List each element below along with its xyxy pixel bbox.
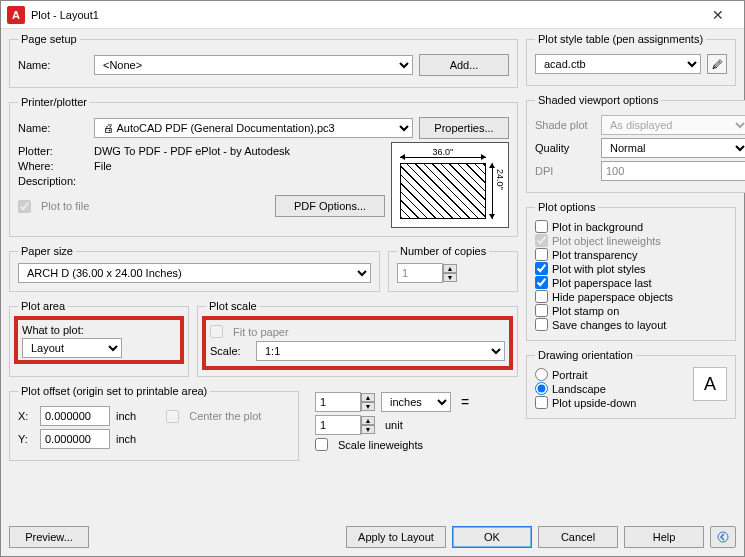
- collapse-button[interactable]: [710, 526, 736, 548]
- copies-up: ▲: [443, 264, 457, 273]
- opt-lineweights-checkbox: [535, 234, 548, 247]
- paper-size-legend: Paper size: [18, 245, 76, 257]
- page-name-label: Name:: [18, 59, 88, 71]
- plot-options-group: Plot options Plot in background Plot obj…: [526, 201, 736, 341]
- opt-save-checkbox[interactable]: [535, 318, 548, 331]
- preview-width-dim: 36.0'': [402, 147, 484, 157]
- portrait-radio[interactable]: [535, 368, 548, 381]
- printer-name-select[interactable]: 🖨 AutoCAD PDF (General Documentation).pc…: [94, 118, 413, 138]
- quality-select[interactable]: Normal: [601, 138, 745, 158]
- x-label: X:: [18, 410, 34, 422]
- shaded-legend: Shaded viewport options: [535, 94, 661, 106]
- what-to-plot-select[interactable]: Layout: [22, 338, 122, 358]
- where-value: File: [94, 160, 112, 172]
- opt-pslast-checkbox[interactable]: [535, 276, 548, 289]
- svg-point-0: [718, 532, 728, 542]
- plot-options-legend: Plot options: [535, 201, 598, 213]
- upside-down-checkbox[interactable]: [535, 396, 548, 409]
- plot-style-table-group: Plot style table (pen assignments) acad.…: [526, 33, 736, 86]
- cancel-button[interactable]: Cancel: [538, 526, 618, 548]
- plot-offset-legend: Plot offset (origin set to printable are…: [18, 385, 210, 397]
- page-setup-group: Page setup Name: <None> Add...: [9, 33, 518, 88]
- y-label: Y:: [18, 433, 34, 445]
- orientation-preview-icon: A: [693, 367, 727, 401]
- landscape-radio[interactable]: [535, 382, 548, 395]
- what-to-plot-label: What to plot:: [22, 324, 176, 336]
- scale-unit-select[interactable]: inches: [381, 392, 451, 412]
- preview-button[interactable]: Preview...: [9, 526, 89, 548]
- quality-label: Quality: [535, 142, 595, 154]
- dialog-footer: Preview... Apply to Layout OK Cancel Hel…: [1, 522, 744, 556]
- pdf-options-button[interactable]: PDF Options...: [275, 195, 385, 217]
- scale-label: Scale:: [210, 345, 250, 357]
- close-button[interactable]: ✕: [698, 2, 738, 28]
- printer-properties-button[interactable]: Properties...: [419, 117, 509, 139]
- help-button[interactable]: Help: [624, 526, 704, 548]
- shaded-viewport-group: Shaded viewport options Shade plotAs dis…: [526, 94, 745, 193]
- scale-den-input[interactable]: [315, 415, 361, 435]
- paper-size-select[interactable]: ARCH D (36.00 x 24.00 Inches): [18, 263, 371, 283]
- orientation-legend: Drawing orientation: [535, 349, 636, 361]
- titlebar: A Plot - Layout1 ✕: [1, 1, 744, 29]
- plot-scale-legend: Plot scale: [206, 300, 260, 312]
- y-unit: inch: [116, 433, 136, 445]
- plot-area-group: Plot area What to plot: Layout: [9, 300, 189, 377]
- plot-dialog: A Plot - Layout1 ✕ Page setup Name: <Non…: [0, 0, 745, 557]
- equals-icon: =: [457, 394, 473, 410]
- center-plot-label: Center the plot: [189, 410, 261, 422]
- opt-stamp-checkbox[interactable]: [535, 304, 548, 317]
- scale-lineweights-label: Scale lineweights: [338, 439, 423, 451]
- page-name-select[interactable]: <None>: [94, 55, 413, 75]
- copies-input: [397, 263, 443, 283]
- fit-to-paper-checkbox: [210, 325, 223, 338]
- add-page-setup-button[interactable]: Add...: [419, 54, 509, 76]
- plot-style-edit-button[interactable]: 🖉: [707, 54, 727, 74]
- chevron-left-icon: [717, 531, 729, 543]
- scale-unit2: unit: [381, 419, 451, 431]
- printer-legend: Printer/plotter: [18, 96, 90, 108]
- fit-to-paper-label: Fit to paper: [233, 326, 289, 338]
- scale-select[interactable]: 1:1: [256, 341, 505, 361]
- opt-background-checkbox[interactable]: [535, 220, 548, 233]
- plot-area-legend: Plot area: [18, 300, 68, 312]
- app-icon: A: [7, 6, 25, 24]
- opt-hideps-checkbox[interactable]: [535, 290, 548, 303]
- page-setup-legend: Page setup: [18, 33, 80, 45]
- plot-scale-group: Plot scale Fit to paper Scale:1:1: [197, 300, 518, 377]
- center-plot-checkbox: [166, 410, 179, 423]
- ok-button[interactable]: OK: [452, 526, 532, 548]
- window-title: Plot - Layout1: [31, 9, 698, 21]
- x-input[interactable]: [40, 406, 110, 426]
- x-unit: inch: [116, 410, 136, 422]
- copies-down: ▼: [443, 273, 457, 282]
- highlight-plot-scale: Fit to paper Scale:1:1: [202, 316, 513, 370]
- opt-transparency-checkbox[interactable]: [535, 248, 548, 261]
- paper-size-group: Paper size ARCH D (36.00 x 24.00 Inches): [9, 245, 380, 292]
- highlight-plot-area: What to plot: Layout: [14, 316, 184, 364]
- plot-style-legend: Plot style table (pen assignments): [535, 33, 706, 45]
- y-input[interactable]: [40, 429, 110, 449]
- printer-group: Printer/plotter Name: 🖨 AutoCAD PDF (Gen…: [9, 96, 518, 237]
- paper-preview: 36.0'' 24.0'': [391, 142, 509, 228]
- plotter-value: DWG To PDF - PDF ePlot - by Autodesk: [94, 145, 290, 157]
- shade-plot-label: Shade plot: [535, 119, 595, 131]
- copies-group: Number of copies ▲▼: [388, 245, 518, 292]
- printer-name-label: Name:: [18, 122, 88, 134]
- dpi-label: DPI: [535, 165, 595, 177]
- copies-legend: Number of copies: [397, 245, 489, 257]
- plot-style-select[interactable]: acad.ctb: [535, 54, 701, 74]
- where-label: Where:: [18, 160, 88, 172]
- scale-lineweights-checkbox[interactable]: [315, 438, 328, 451]
- plotter-label: Plotter:: [18, 145, 88, 157]
- plot-offset-group: Plot offset (origin set to printable are…: [9, 385, 299, 461]
- opt-plotstyles-checkbox[interactable]: [535, 262, 548, 275]
- shade-plot-select: As displayed: [601, 115, 745, 135]
- orientation-group: Drawing orientation Portrait Landscape P…: [526, 349, 736, 419]
- description-label: Description:: [18, 175, 88, 187]
- plot-to-file-checkbox: [18, 200, 31, 213]
- preview-height-dim: 24.0'': [495, 169, 505, 190]
- apply-to-layout-button[interactable]: Apply to Layout: [346, 526, 446, 548]
- plot-to-file-label: Plot to file: [41, 200, 89, 212]
- dpi-input: [601, 161, 745, 181]
- scale-num-input[interactable]: [315, 392, 361, 412]
